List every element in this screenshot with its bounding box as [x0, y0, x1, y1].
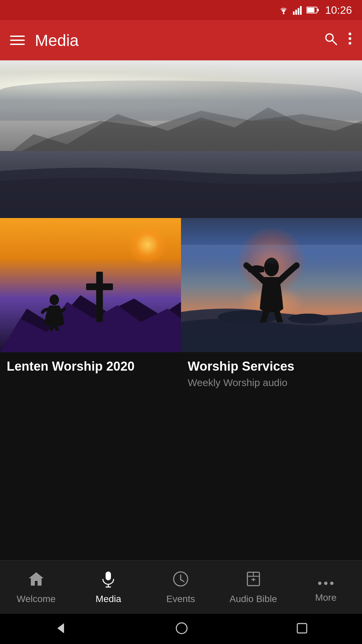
- page-title: Media: [35, 31, 323, 50]
- svg-line-9: [332, 40, 337, 45]
- svg-rect-41: [297, 624, 307, 633]
- worship-subtitle: Weekly Worship audio: [188, 377, 355, 388]
- svg-rect-2: [295, 10, 297, 15]
- wifi-icon: [278, 5, 290, 15]
- cross-carrier-figure: [39, 294, 69, 332]
- svg-rect-7: [317, 9, 319, 11]
- svg-rect-25: [106, 572, 111, 580]
- hero-image[interactable]: [0, 60, 362, 218]
- svg-rect-3: [298, 8, 299, 15]
- worship-services-thumbnail[interactable]: [181, 218, 362, 352]
- status-bar: 10:26: [0, 0, 362, 20]
- menu-button[interactable]: [10, 36, 25, 45]
- worship-label[interactable]: Worship Services Weekly Worship audio: [181, 359, 362, 388]
- sun-glow: [127, 225, 168, 265]
- svg-point-12: [349, 42, 351, 45]
- svg-line-24: [277, 311, 280, 322]
- signal-icon: [293, 5, 303, 15]
- lenten-label[interactable]: Lenten Worship 2020: [0, 359, 181, 388]
- bible-icon: [245, 570, 262, 590]
- status-icons: [278, 5, 319, 15]
- svg-point-11: [349, 37, 351, 40]
- cross-icon: [86, 272, 113, 325]
- thumbnail-grid: [0, 218, 362, 352]
- svg-point-36: [318, 582, 321, 585]
- nav-more[interactable]: More: [302, 572, 349, 603]
- water-area: [0, 151, 362, 218]
- svg-rect-1: [293, 11, 295, 15]
- nav-welcome[interactable]: Welcome: [13, 570, 60, 604]
- nav-audio-bible[interactable]: Audio Bible: [230, 570, 277, 604]
- svg-point-17: [50, 294, 59, 305]
- svg-point-37: [324, 582, 327, 585]
- svg-rect-4: [300, 6, 302, 15]
- media-label: Media: [96, 594, 121, 604]
- home-icon: [27, 570, 45, 590]
- svg-point-38: [330, 582, 334, 585]
- system-nav-bar: [0, 614, 362, 644]
- events-label: Events: [166, 594, 195, 604]
- svg-line-23: [263, 311, 266, 322]
- audio-bible-label: Audio Bible: [230, 594, 277, 604]
- lenten-title: Lenten Worship 2020: [7, 359, 174, 374]
- svg-rect-6: [307, 8, 314, 12]
- home-button[interactable]: [175, 622, 188, 636]
- mic-icon: [100, 570, 117, 590]
- action-icons: [323, 31, 352, 49]
- recents-button[interactable]: [296, 622, 308, 636]
- nav-media[interactable]: Media: [85, 570, 132, 604]
- svg-marker-39: [57, 623, 64, 633]
- nav-events[interactable]: Events: [157, 570, 204, 604]
- more-vert-button[interactable]: [348, 31, 352, 49]
- status-time: 10:26: [325, 4, 352, 16]
- bottom-nav: Welcome Media Events: [0, 560, 362, 614]
- svg-line-30: [181, 580, 184, 582]
- worship-figure: [241, 255, 302, 324]
- svg-point-10: [349, 33, 351, 35]
- worship-title: Worship Services: [188, 359, 355, 374]
- welcome-label: Welcome: [17, 594, 56, 604]
- more-label: More: [315, 592, 337, 603]
- svg-point-40: [176, 623, 187, 634]
- app-bar: Media: [0, 20, 362, 60]
- clouds: [181, 245, 362, 265]
- svg-point-0: [283, 13, 284, 14]
- back-button[interactable]: [54, 622, 67, 636]
- lenten-worship-thumbnail[interactable]: [0, 218, 181, 352]
- card-labels: Lenten Worship 2020 Worship Services Wee…: [0, 352, 362, 398]
- clock-icon: [172, 570, 189, 590]
- more-horiz-icon: [317, 572, 335, 589]
- battery-icon: [306, 6, 319, 14]
- search-button[interactable]: [323, 31, 338, 49]
